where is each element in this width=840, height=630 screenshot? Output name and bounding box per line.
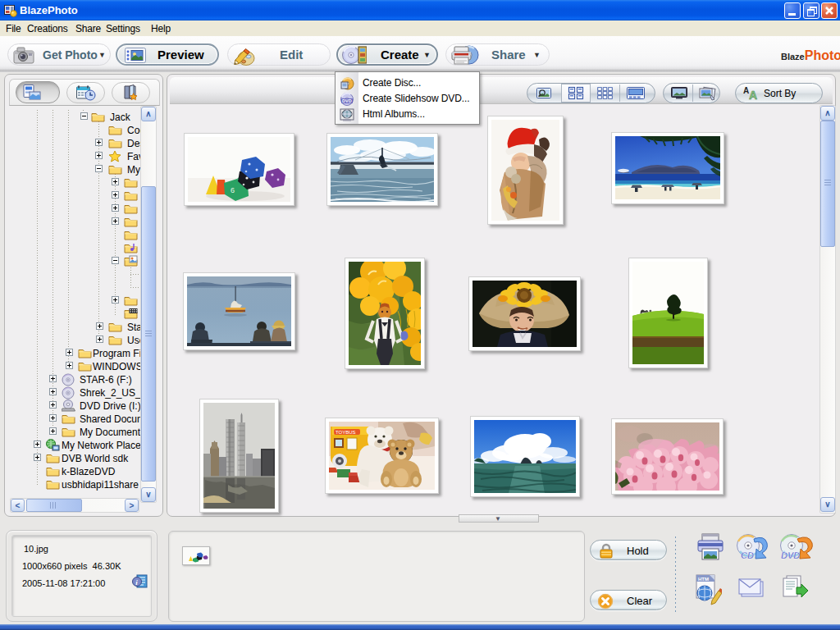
svg-text:DVD: DVD	[781, 550, 800, 560]
svg-text:A: A	[749, 89, 757, 101]
svg-text:HTM: HTM	[698, 577, 709, 582]
svg-text:CD: CD	[741, 550, 754, 560]
svg-text:DVD: DVD	[342, 98, 352, 103]
svg-text:6: 6	[231, 186, 235, 194]
svg-text:TOYBUS: TOYBUS	[336, 430, 356, 435]
